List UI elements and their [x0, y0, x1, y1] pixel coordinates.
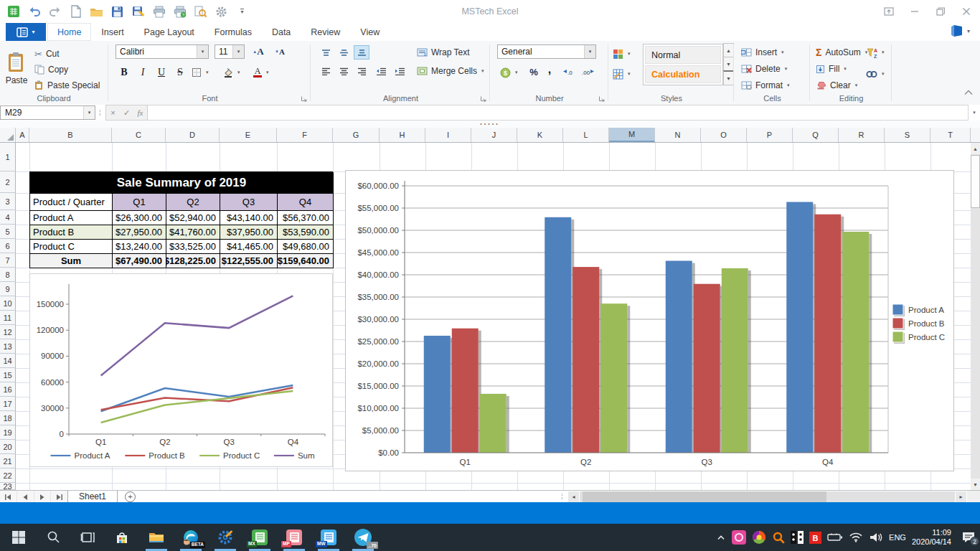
strikethrough-button[interactable]: S [173, 65, 187, 80]
hscroll-thumb[interactable] [583, 491, 826, 502]
gallery-scroll-up-icon[interactable]: ▲ [723, 43, 734, 57]
row-header-23[interactable]: 23 [0, 483, 16, 490]
table-cell[interactable]: $41,760.00 [166, 225, 220, 240]
align-center-button[interactable] [336, 64, 352, 78]
hscroll-right-icon[interactable]: ▸ [956, 491, 966, 502]
table-sum-cell[interactable]: $159,640.00 [278, 254, 334, 268]
tab-home[interactable]: Home [47, 23, 91, 41]
font-dialog-launcher[interactable] [301, 95, 307, 102]
increase-indent-button[interactable] [392, 64, 407, 78]
currency-format-button[interactable]: $▾ [500, 65, 518, 80]
taskbar-search[interactable] [36, 524, 70, 551]
taskbar-mp-app[interactable]: MP [277, 524, 311, 551]
find-select-button[interactable]: ▾ [866, 67, 885, 81]
table-cell[interactable]: $53,590.00 [278, 225, 334, 240]
qat-print-preview-button[interactable]: ? [171, 3, 189, 21]
tab-formulas[interactable]: Formulas [204, 23, 262, 41]
column-header-M[interactable]: M [609, 128, 655, 142]
gallery-scroll-down-icon[interactable]: ▼ [723, 57, 734, 71]
table-row-label[interactable]: Product C [30, 240, 113, 254]
font-size-combo[interactable]: 11▾ [215, 44, 245, 59]
borders-button[interactable]: ▾ [192, 65, 209, 80]
qat-save-button[interactable] [108, 3, 126, 21]
table-cell[interactable]: $56,370.00 [278, 211, 334, 225]
row-header-14[interactable]: 14 [0, 354, 16, 368]
table-cell[interactable]: $49,680.00 [278, 240, 334, 254]
column-header-T[interactable]: T [930, 128, 971, 142]
taskbar-store[interactable] [105, 524, 139, 551]
table-cell[interactable]: $37,950.00 [220, 225, 278, 240]
vscroll-thumb[interactable] [971, 155, 980, 208]
row-header-21[interactable]: 21 [0, 454, 16, 468]
alignment-dialog-launcher[interactable] [480, 95, 486, 102]
table-cell[interactable]: $13,240.00 [113, 240, 166, 254]
qat-redo-button[interactable] [46, 3, 64, 21]
taskbar-edge[interactable]: BETA [174, 524, 208, 551]
table-header-cell[interactable]: Q3 [220, 194, 278, 211]
row-header-8[interactable]: 8 [0, 268, 16, 282]
shrink-font-button[interactable]: ▼A [272, 44, 288, 59]
volume-icon[interactable] [869, 532, 883, 543]
row-header-11[interactable]: 11 [0, 311, 16, 325]
column-header-G[interactable]: G [333, 128, 380, 142]
row-header-6[interactable]: 6 [0, 239, 16, 253]
qat-save-as-button[interactable] [129, 3, 147, 21]
format-as-table-button[interactable]: ▾ [613, 67, 631, 81]
tray-color-wheel-icon[interactable] [752, 530, 766, 545]
qat-new-document-button[interactable] [67, 3, 85, 21]
row-header-12[interactable]: 12 [0, 325, 16, 339]
column-header-H[interactable]: H [380, 128, 425, 142]
notification-center-icon[interactable]: 2 [961, 531, 976, 544]
bar-chart-object[interactable]: $0.00$5,000.00$10,000.00$15,000.00$20,00… [345, 170, 954, 471]
row-header-13[interactable]: 13 [0, 339, 16, 354]
autosum-button[interactable]: ΣAutoSum▾ [816, 45, 867, 60]
column-header-S[interactable]: S [885, 128, 930, 142]
hscroll-left-icon[interactable]: ◂ [568, 491, 579, 502]
scroll-up-icon[interactable]: ▲ [971, 143, 980, 154]
tray-pink-app-icon[interactable] [732, 530, 746, 545]
office-logo[interactable]: ▾ [949, 24, 970, 38]
column-header-F[interactable]: F [277, 128, 333, 142]
language-indicator[interactable]: ENG [889, 533, 906, 542]
line-chart-object[interactable]: 0300006000090000120000150000Q1Q2Q3Q4Prod… [29, 273, 333, 467]
sort-filter-button[interactable]: AZ▾ [866, 45, 885, 60]
file-menu-button[interactable]: ▾ [6, 23, 46, 41]
spreadsheet-grid[interactable]: 1234567891011121314151617181920212223 Sa… [0, 143, 980, 490]
row-header-1[interactable]: 1 [0, 143, 16, 171]
column-header-C[interactable]: C [112, 128, 166, 142]
formula-input[interactable] [148, 105, 969, 121]
first-sheet-button[interactable] [0, 491, 17, 503]
column-header-R[interactable]: R [839, 128, 885, 142]
taskbar-file-explorer[interactable] [139, 524, 174, 551]
wrap-text-button[interactable]: Wrap Text [417, 45, 470, 60]
clock[interactable]: 11:09 2020/04/14 [912, 528, 951, 547]
font-color-button[interactable]: A▾ [253, 65, 269, 80]
fill-color-button[interactable]: ▾ [223, 65, 240, 80]
tray-power-icon[interactable] [827, 532, 843, 542]
table-sum-cell[interactable]: $67,490.00 [113, 254, 166, 268]
percent-format-button[interactable]: % [526, 65, 542, 79]
cut-button[interactable]: ✂Cut [34, 47, 60, 61]
insert-function-icon[interactable]: fx [133, 105, 147, 120]
table-cell[interactable]: $43,140.00 [220, 211, 278, 225]
column-header-I[interactable]: I [425, 128, 471, 142]
row-header-20[interactable]: 20 [0, 440, 16, 454]
previous-sheet-button[interactable] [17, 491, 34, 503]
name-box-dropdown-icon[interactable]: ▾ [83, 106, 95, 119]
decrease-decimal-button[interactable]: .00 [580, 65, 596, 79]
table-header-cell[interactable]: Q4 [278, 194, 334, 211]
increase-decimal-button[interactable]: .0 [560, 65, 576, 79]
tab-page-layout[interactable]: Page Layout [134, 23, 204, 41]
comma-format-button[interactable]: , [542, 62, 557, 77]
tab-data[interactable]: Data [262, 23, 301, 41]
format-cells-button[interactable]: Format▾ [741, 78, 790, 93]
row-header-7[interactable]: 7 [0, 253, 16, 268]
row-header-2[interactable]: 2 [0, 171, 16, 193]
row-header-9[interactable]: 9 [0, 282, 16, 296]
sales-summary-table[interactable]: Sale Summary of 2019Product / QuarterQ1Q… [29, 171, 333, 268]
delete-cells-button[interactable]: Delete▾ [741, 62, 787, 76]
conditional-formatting-button[interactable]: ▾ [613, 47, 631, 61]
table-sum-cell[interactable]: $128,225.00 [166, 254, 220, 268]
qat-customize-toolbar-button[interactable]: ▾ [233, 3, 251, 21]
formula-bar-expand-icon[interactable]: ▾ [969, 110, 980, 116]
